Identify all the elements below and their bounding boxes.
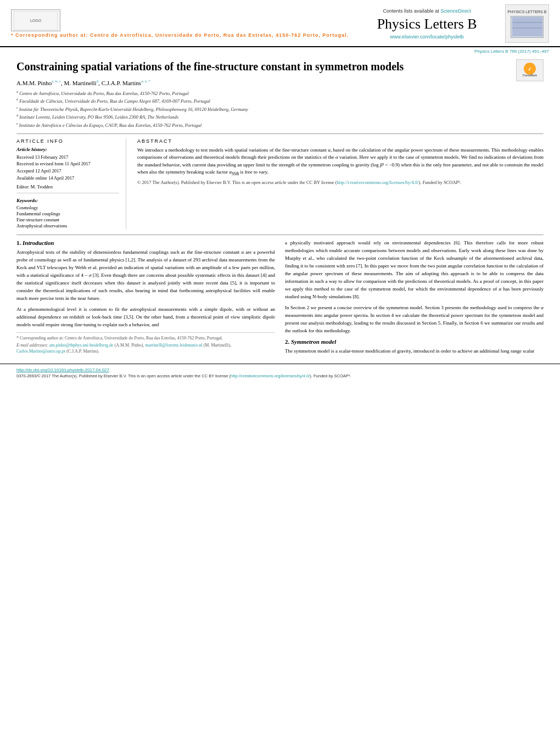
elsevier-logo: LOGO * Corresponding author at: Centro d…: [11, 9, 349, 38]
affiliations: a Centro de Astrofísica, Universidade do…: [16, 90, 544, 129]
contents-line: Contents lists available at ScienceDirec…: [360, 8, 494, 14]
footer-doi[interactable]: http://dx.doi.org/10.1016/j.physletb.201…: [16, 367, 544, 372]
section2-number: 2.: [285, 338, 289, 345]
journal-cover-image: [511, 16, 544, 38]
section-divider: [16, 235, 544, 235]
intro-right-para1: a physically motivated approach would re…: [285, 239, 544, 301]
email-pinho[interactable]: am.pinho@thphys.uni-heidelberg.de: [49, 343, 114, 348]
doi-top: Physics Letters B 769 (2017) 491–497: [0, 47, 560, 54]
section1-heading: 1. Introduction: [16, 239, 275, 246]
keywords-title: Keywords:: [16, 198, 119, 203]
svg-text:LOGO: LOGO: [30, 19, 42, 23]
title-text: Constraining spatial variations of the f…: [16, 60, 404, 72]
section2-heading: 2. Symmetron model: [285, 338, 544, 345]
online-date: Available online 14 April 2017: [16, 175, 119, 182]
star-note: * Corresponding author at: Centro de Ast…: [16, 335, 275, 341]
keyword-2: Fundamental couplings: [16, 211, 119, 216]
header-divider: [16, 133, 544, 134]
author2-sup: d: [97, 79, 99, 83]
author1-sup: a, b, c: [52, 79, 61, 83]
main-content: 1. Introduction Astrophysical tests of t…: [16, 239, 544, 358]
abstract-text: We introduce a methodology to test model…: [137, 147, 544, 177]
editor: Editor: M. Trodden: [16, 183, 119, 191]
affil-c: c Institut für Theoretische Physik, Rupr…: [16, 105, 544, 113]
affil-b: b Faculdade de Ciências, Universidade do…: [16, 97, 544, 105]
right-column: a physically motivated approach would re…: [285, 239, 544, 358]
author2-name: M. Martinelli: [64, 80, 96, 86]
journal-title: Physics Letters B: [360, 16, 494, 32]
email-martins[interactable]: Carlos.Martins@astro.up.pt: [16, 349, 65, 354]
section2-block: 2. Symmetron model The symmetron model i…: [285, 338, 544, 355]
author-footnote: * Corresponding author at: Centro de Ast…: [16, 332, 275, 355]
footer-issn: 0370-2693/© 2017 The Author(s). Publishe…: [16, 373, 544, 380]
footer-cc-link[interactable]: http://creativecommons.org/licenses/by/4…: [231, 373, 310, 378]
keyword-4: Astrophysical observations: [16, 223, 119, 228]
article-title: Constraining spatial variations of the f…: [16, 59, 544, 74]
keywords-section: Keywords: Cosmology Fundamental coupling…: [16, 198, 119, 228]
copyright-line: © 2017 The Author(s). Published by Elsev…: [137, 180, 544, 186]
section1-title: Introduction: [23, 239, 54, 246]
sciencedirect-link[interactable]: ScienceDirect: [440, 8, 471, 14]
affil-a: a Centro de Astrofísica, Universidade do…: [16, 90, 544, 97]
info-abstract-section: ARTICLE INFO Article history: Received 1…: [16, 138, 544, 230]
page-footer: http://dx.doi.org/10.1016/j.physletb.201…: [0, 364, 560, 383]
section2-title: Symmetron model: [291, 338, 336, 345]
article-info-title: ARTICLE INFO: [16, 138, 119, 144]
history-title: Article history:: [16, 147, 119, 152]
abstract-title: ABSTRACT: [137, 138, 544, 144]
affil-e: e Instituto de Astrofísica e Ciências do…: [16, 121, 544, 129]
intro-para1: Astrophysical tests of the stability of …: [16, 249, 275, 303]
journal-header: LOGO * Corresponding author at: Centro d…: [0, 0, 560, 47]
revised-date: Received in revised form 11 April 2017: [16, 160, 119, 168]
footer-doi-link[interactable]: http://dx.doi.org/10.1016/j.physletb.201…: [16, 367, 109, 372]
received-date: Received 13 February 2017: [16, 154, 119, 161]
journal-cover-label: PHYSICS LETTERS B: [508, 10, 547, 14]
cc-license-link[interactable]: http://creativecommons.org/licenses/by/4…: [337, 180, 419, 185]
accepted-date: Accepted 12 April 2017: [16, 168, 119, 175]
info-divider: [16, 193, 119, 193]
article-info: ARTICLE INFO Article history: Received 1…: [16, 138, 126, 230]
section1-number: 1.: [16, 239, 21, 246]
article-body: Constraining spatial variations of the f…: [0, 54, 560, 364]
authors-line: A.M.M. Pinhoa, b, c, M. Martinellid, C.J…: [16, 79, 544, 86]
svg-text:✓: ✓: [528, 66, 532, 72]
email-note: E-mail addresses: am.pinho@thphys.uni-he…: [16, 342, 275, 354]
elsevier-text: * Corresponding author at: Centro de Ast…: [11, 32, 349, 38]
section2-text: The symmetron model is a scalar-tensor m…: [285, 348, 544, 355]
keyword-3: Fine-structure constant: [16, 217, 119, 222]
keyword-1: Cosmology: [16, 205, 119, 210]
crossmark-badge[interactable]: ✓ CrossMark: [516, 59, 544, 81]
intro-right-para2: In Section 2 we present a concise overvi…: [285, 304, 544, 335]
intro-para2: At a phenomenological level it is common…: [16, 306, 275, 329]
abstract-section: ABSTRACT We introduce a methodology to t…: [137, 138, 544, 230]
author1-name: A.M.M. Pinho: [16, 80, 52, 86]
author3-name: C.J.A.P. Martins: [102, 80, 141, 86]
author3-sup: a, e, *: [141, 79, 150, 83]
journal-url[interactable]: www.elsevier.com/locate/physletb: [360, 34, 494, 40]
elsevier-logo-image: LOGO: [11, 9, 60, 31]
header-center: Contents lists available at ScienceDirec…: [349, 8, 505, 40]
email-martinelli[interactable]: martinelli@lorentz.leidenuniv.nl: [145, 343, 202, 348]
affil-d: d Institute Lorentz, Leiden University, …: [16, 113, 544, 121]
journal-cover: PHYSICS LETTERS B: [505, 4, 549, 43]
left-column: 1. Introduction Astrophysical tests of t…: [16, 239, 275, 358]
svg-rect-2: [512, 17, 542, 36]
svg-text:CrossMark: CrossMark: [523, 74, 537, 77]
